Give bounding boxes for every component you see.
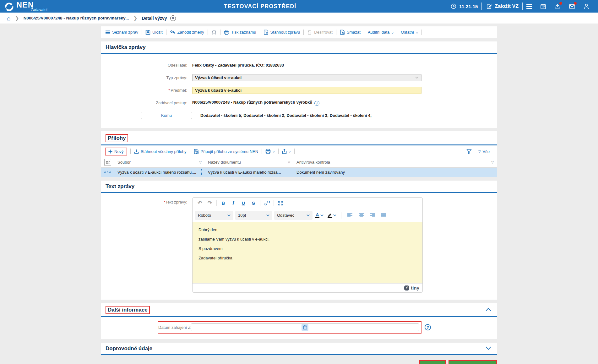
procedure-label: Zadávací postup: [101,101,192,105]
clock: 11:21:15 [446,0,481,13]
chevron-down-icon [415,77,419,79]
notification-button[interactable] [208,30,220,35]
font-size-select[interactable]: 10pt [235,211,272,220]
start-date-input[interactable] [191,323,419,331]
audit-data-menu[interactable]: Auditní data▽ [364,30,397,35]
column-header-file[interactable]: Soubor▽ [114,157,205,167]
edit-icon [486,3,492,10]
message-type-select[interactable]: Výzva k účasti v e-aukci [192,74,421,81]
expand-section-button[interactable] [484,345,492,351]
chevron-down-icon [333,214,336,216]
align-center-icon [359,213,364,217]
help-icon[interactable]: ? [425,324,431,330]
subject-input[interactable]: Výzva k účasti v e-aukci [192,87,421,94]
save-button[interactable]: Uložit [142,30,166,35]
attachment-file-cell[interactable]: Výzva k účasti v E-aukci malého rozsahu.… [114,167,205,177]
underline-button[interactable]: U [239,199,248,208]
filter-all-select[interactable]: ▽ Vše [478,149,490,154]
redo-button[interactable]: ↷ [205,199,215,208]
table-settings-header[interactable] [101,157,114,167]
download-all-attachments-button[interactable]: Stáhnout všechny přílohy [131,149,190,154]
breadcrumb-procedure[interactable]: N006/25/V00007248 - Nákup různých potrav… [24,16,129,20]
italic-button[interactable]: I [229,199,238,208]
filter-triangle-icon[interactable]: ▽ [288,160,290,164]
editor-content[interactable]: Dobrý den, zasíláme Vám výzvu k účasti v… [193,222,422,283]
share-icon [282,149,287,154]
other-menu[interactable]: Ostatní▽ [397,30,421,35]
chevron-down-icon [227,214,231,216]
create-tender-label: Založit VZ [495,3,519,9]
strikethrough-button[interactable]: S [249,199,258,208]
dropdown-triangle-icon: ▽ [289,150,291,153]
mail-icon [568,3,575,10]
bold-button[interactable]: B [219,199,228,208]
message-text-section: Text zprávy *Text zprávy: ↶ ↷ B I U S [101,181,497,300]
row-menu-button[interactable] [101,167,114,177]
date-field-highlight: Datum zahájení ZP: [158,321,421,334]
send-button[interactable]: Odeslat [419,360,446,364]
undo-button[interactable]: ↶ [195,199,204,208]
home-icon[interactable]: ⌂ [7,15,11,21]
downloads-badge [559,2,562,5]
dropdown-triangle-icon: ▽ [391,31,394,34]
link-button[interactable] [262,199,272,208]
fullscreen-button[interactable] [276,199,285,208]
calendar-button[interactable] [536,0,550,13]
dropdown-triangle-icon: ▽ [478,150,481,153]
user-profile-button[interactable] [579,0,594,13]
delete-button[interactable]: Smazat [336,30,364,35]
highlight-color-button[interactable] [326,213,337,218]
font-family-select[interactable]: Roboto [195,211,233,220]
column-resize-handle[interactable] [201,169,202,175]
editor-paragraph: Zadavatel příručka [198,256,416,260]
brand-role: Zadavatel [31,8,47,12]
info-icon[interactable]: i [314,101,319,106]
section-divider [101,354,497,355]
recipients-button[interactable]: Komu [141,112,192,119]
attachment-antivirus-cell[interactable]: Dokument není zavirovaný [293,167,497,177]
editor-paragraph: Dobrý den, [198,227,416,232]
sign-and-send-button[interactable]: Podepsat a odeslat [448,360,497,364]
close-tab-icon[interactable]: ✕ [170,15,176,21]
message-list-button[interactable]: Seznam zpráv [105,30,142,35]
export-attachments-menu[interactable]: ▽ [279,149,294,154]
filter-triangle-icon[interactable]: ▽ [491,160,494,164]
attachment-row[interactable]: Výzva k účasti v E-aukci malého rozsahu.… [101,167,497,177]
attach-from-nen-button[interactable]: Připojit přílohu ze systému NEN [190,149,262,154]
collapse-section-button[interactable] [484,307,492,313]
text-color-button[interactable]: A [314,212,324,219]
downloads-button[interactable] [550,0,565,13]
message-header-section: Hlavička zprávy Odesílatel: Felix Okátý … [101,41,497,128]
main-menu-button[interactable] [523,0,536,13]
start-date-label: Datum zahájení ZP: [158,325,191,330]
document-delete-icon [340,30,345,35]
more-info-section: Další informace Datum zahájení ZP: ? [101,303,497,339]
attachments-section: Přílohy Nový Stáhnout všechny přílohy Př… [101,131,497,177]
unlock-icon [307,30,312,35]
nen-logo[interactable]: NEN Zadavatel [4,1,47,12]
create-tender-button[interactable]: Založit VZ [482,0,522,13]
chevron-right-icon: ❯ [133,15,138,21]
nen-logo-icon [4,2,14,12]
filter-triangle-icon[interactable]: ▽ [199,160,202,164]
discard-changes-button[interactable]: Zahodit změny [166,30,208,35]
print-record-button[interactable]: Tisk záznamu [220,30,260,35]
filter-icon[interactable] [466,149,472,154]
attachment-document-cell[interactable]: Výzva k účasti v E-aukci malého rozsa... [205,167,293,177]
block-format-select[interactable]: Odstavec [274,211,313,220]
column-header-antivirus[interactable]: Antivirová kontrola▽ [293,157,497,167]
print-attachments-menu[interactable]: ▽ [262,149,278,154]
justify-button[interactable] [379,211,389,220]
date-picker-button[interactable] [302,324,308,331]
align-left-button[interactable] [345,211,355,220]
column-header-document[interactable]: Název dokumentu▽ [205,157,293,167]
bell-icon [211,30,217,35]
align-right-button[interactable] [368,211,377,220]
tiny-brand[interactable]: tiny [411,285,419,291]
chevron-down-icon [320,214,323,216]
download-message-button[interactable]: Stáhnout zprávu [260,30,304,35]
document-download-icon [264,30,269,35]
new-attachment-button[interactable]: Nový [105,148,127,155]
align-center-button[interactable] [356,211,366,220]
messages-button[interactable] [565,0,579,13]
